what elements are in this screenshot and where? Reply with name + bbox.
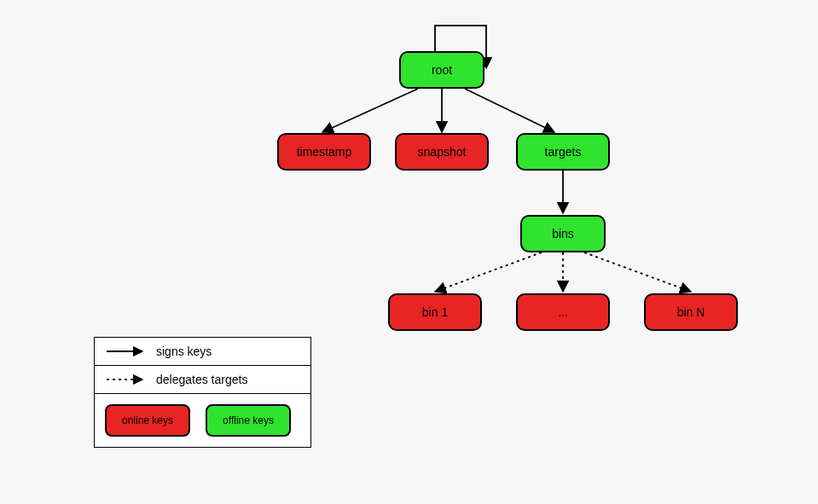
node-bin1-label: bin 1 xyxy=(422,305,448,319)
legend-signs-label: signs keys xyxy=(156,345,212,358)
legend-delegates-label: delegates targets xyxy=(156,373,247,386)
legend-row-keys: online keys offline keys xyxy=(95,394,310,447)
node-snapshot: snapshot xyxy=(395,133,489,171)
legend-offline-label: offline keys xyxy=(223,414,274,426)
legend-online-label: online keys xyxy=(122,414,173,426)
legend-chip-offline: offline keys xyxy=(206,404,291,437)
node-bin1: bin 1 xyxy=(388,293,482,331)
node-snapshot-label: snapshot xyxy=(418,145,467,159)
edge-bins-bin1 xyxy=(435,252,542,292)
node-timestamp: timestamp xyxy=(277,133,371,171)
node-root: root xyxy=(399,51,484,89)
node-targets: targets xyxy=(516,133,610,171)
node-timestamp-label: timestamp xyxy=(297,145,352,159)
node-binmid: ... xyxy=(516,293,610,331)
edge-bins-binN xyxy=(584,252,691,292)
node-bins-label: bins xyxy=(552,227,574,240)
node-targets-label: targets xyxy=(545,145,582,159)
diagram-canvas: { "nodes": { "root": { "label": "root" }… xyxy=(0,0,818,504)
node-binN: bin N xyxy=(644,293,738,331)
legend-chip-online: online keys xyxy=(105,404,190,437)
node-binN-label: bin N xyxy=(677,305,705,319)
arrow-dotted-icon xyxy=(105,374,148,385)
arrow-solid-icon xyxy=(105,345,148,357)
edge-root-targets xyxy=(465,89,554,132)
legend-row-delegates: delegates targets xyxy=(95,366,310,394)
node-root-label: root xyxy=(432,63,452,77)
edge-root-timestamp xyxy=(322,89,418,132)
node-binmid-label: ... xyxy=(558,305,568,319)
legend: signs keys delegates targets online keys… xyxy=(94,337,311,448)
legend-row-signs: signs keys xyxy=(95,338,310,366)
node-bins: bins xyxy=(520,215,606,252)
